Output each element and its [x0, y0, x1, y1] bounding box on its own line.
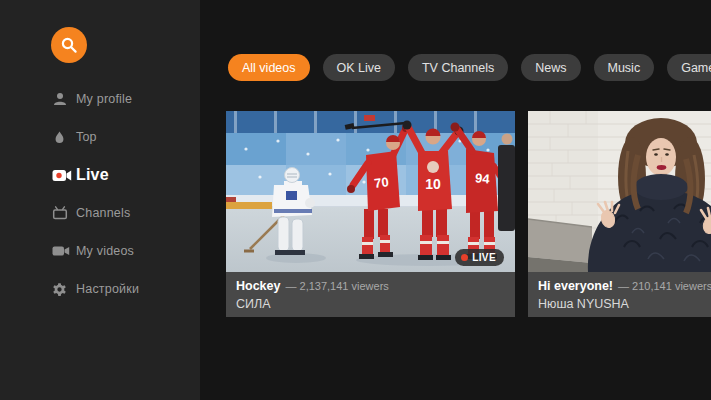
sidebar-item-label: Channels	[76, 206, 130, 220]
tab-games[interactable]: Games	[667, 54, 711, 81]
video-title: Hockey	[236, 279, 280, 293]
tab-music[interactable]: Music	[594, 54, 655, 81]
video-cards: 70	[226, 111, 711, 317]
drop-icon	[52, 130, 72, 145]
sidebar-item-channels[interactable]: Channels	[0, 194, 200, 232]
sidebar-menu: My profile Top Live Channels My videos	[0, 80, 200, 308]
camcorder-icon	[52, 244, 72, 258]
tab-news[interactable]: News	[521, 54, 580, 81]
video-title: Hi everyone!	[538, 279, 613, 293]
gear-icon	[52, 282, 72, 297]
search-icon	[60, 36, 78, 54]
tab-tv-channels[interactable]: TV Channels	[408, 54, 508, 81]
sidebar-item-label: Настройки	[76, 282, 139, 296]
live-dot-icon	[461, 254, 468, 261]
tab-ok-live[interactable]: OK Live	[323, 54, 395, 81]
category-tabs: All videos OK Live TV Channels News Musi…	[228, 54, 711, 81]
live-badge: LIVE	[455, 249, 504, 266]
sidebar-item-settings[interactable]: Настройки	[0, 270, 200, 308]
sidebar-item-live[interactable]: Live	[0, 156, 200, 194]
tv-icon	[52, 205, 72, 221]
search-button[interactable]	[51, 27, 87, 63]
sidebar-item-top[interactable]: Top	[0, 118, 200, 156]
sidebar-item-label: Live	[76, 166, 109, 184]
video-card-hockey[interactable]: 70	[226, 111, 515, 317]
hockey-thumbnail: 70	[226, 111, 515, 272]
viewer-count: — 2,137,141 viewers	[285, 280, 388, 292]
sidebar-item-label: My profile	[76, 92, 132, 106]
video-card-hi-everyone[interactable]: Hi everyone!— 210,141 viewers Нюша NYUSH…	[528, 111, 711, 317]
hockey-illustration: 70	[226, 111, 515, 272]
sidebar: My profile Top Live Channels My videos	[0, 0, 200, 400]
svg-text:10: 10	[425, 176, 441, 192]
video-subtitle: СИЛА	[236, 296, 505, 312]
tab-all-videos[interactable]: All videos	[228, 54, 310, 81]
video-info: Hockey— 2,137,141 viewers СИЛА	[226, 272, 515, 317]
video-subtitle: Нюша NYUSHA	[538, 296, 711, 312]
person-icon	[52, 91, 72, 107]
hi-everyone-thumbnail	[528, 111, 711, 272]
svg-text:70: 70	[373, 174, 389, 191]
svg-text:94: 94	[475, 170, 491, 186]
sidebar-item-label: My videos	[76, 244, 134, 258]
app-screen: { "colors": { "accent_orange": "#F5831F"…	[0, 0, 711, 400]
live-camera-icon	[52, 168, 72, 183]
sidebar-item-my-profile[interactable]: My profile	[0, 80, 200, 118]
viewer-count: — 210,141 viewers	[618, 280, 711, 292]
sidebar-item-label: Top	[76, 130, 97, 144]
vlogger-illustration	[528, 111, 711, 272]
video-info: Hi everyone!— 210,141 viewers Нюша NYUSH…	[528, 272, 711, 317]
sidebar-item-my-videos[interactable]: My videos	[0, 232, 200, 270]
